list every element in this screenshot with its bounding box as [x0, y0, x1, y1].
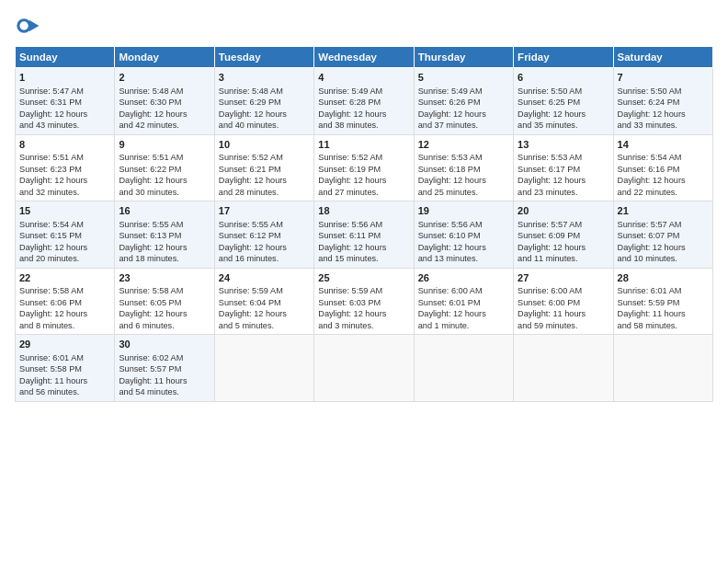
cell-info-line: Daylight: 12 hours	[618, 109, 709, 120]
cell-info-line: and 43 minutes.	[19, 120, 110, 131]
cell-info-line: and 10 minutes.	[618, 253, 709, 264]
cell-info-line: and 18 minutes.	[119, 253, 210, 264]
cell-info-line: Sunset: 6:00 PM	[518, 297, 609, 308]
cell-info-line: Sunset: 6:18 PM	[418, 164, 509, 175]
cell-week0-day4: 5Sunrise: 5:49 AMSunset: 6:26 PMDaylight…	[414, 68, 513, 135]
cell-week4-day0: 29Sunrise: 6:01 AMSunset: 5:58 PMDayligh…	[16, 335, 115, 402]
cell-info-line: Daylight: 12 hours	[219, 109, 310, 120]
cell-info-line: and 22 minutes.	[618, 187, 709, 198]
cell-info-line: Sunset: 6:24 PM	[618, 97, 709, 108]
cell-info-line: Daylight: 12 hours	[318, 175, 409, 186]
cell-info-line: Sunrise: 5:47 AM	[19, 86, 110, 97]
cell-info-line: Sunrise: 5:48 AM	[119, 86, 210, 97]
cell-info-line: Sunset: 5:57 PM	[119, 363, 210, 374]
cell-info-line: and 25 minutes.	[418, 187, 509, 198]
cell-info-line: Sunrise: 5:52 AM	[318, 152, 409, 163]
cell-info-line: and 20 minutes.	[19, 253, 110, 264]
col-header-wednesday: Wednesday	[314, 47, 414, 68]
cell-info-line: Daylight: 12 hours	[418, 242, 509, 253]
day-number: 26	[418, 271, 509, 285]
day-number: 15	[19, 204, 110, 218]
cell-info-line: Daylight: 12 hours	[119, 175, 210, 186]
cell-info-line: Sunrise: 5:59 AM	[318, 285, 409, 296]
day-number: 20	[518, 204, 609, 218]
svg-marker-2	[29, 20, 40, 31]
cell-info-line: and 13 minutes.	[418, 253, 509, 264]
cell-week3-day6: 28Sunrise: 6:01 AMSunset: 5:59 PMDayligh…	[613, 268, 712, 335]
logo-icon	[15, 13, 40, 39]
cell-week4-day2	[214, 335, 313, 402]
cell-info-line: Sunset: 6:22 PM	[119, 164, 210, 175]
cell-week3-day3: 25Sunrise: 5:59 AMSunset: 6:03 PMDayligh…	[314, 268, 414, 335]
cell-week0-day5: 6Sunrise: 5:50 AMSunset: 6:25 PMDaylight…	[514, 68, 613, 135]
cell-week2-day5: 20Sunrise: 5:57 AMSunset: 6:09 PMDayligh…	[514, 201, 613, 269]
cell-info-line: Sunrise: 6:01 AM	[19, 352, 110, 363]
cell-week1-day6: 14Sunrise: 5:54 AMSunset: 6:16 PMDayligh…	[613, 134, 712, 201]
cell-info-line: Daylight: 11 hours	[518, 308, 609, 319]
cell-week3-day5: 27Sunrise: 6:00 AMSunset: 6:00 PMDayligh…	[514, 268, 613, 335]
cell-info-line: Sunset: 6:29 PM	[219, 97, 310, 108]
cell-week1-day4: 12Sunrise: 5:53 AMSunset: 6:18 PMDayligh…	[414, 134, 513, 201]
cell-week1-day5: 13Sunrise: 5:53 AMSunset: 6:17 PMDayligh…	[514, 134, 613, 201]
col-header-monday: Monday	[115, 47, 214, 68]
day-number: 27	[518, 271, 609, 285]
day-number: 23	[119, 271, 210, 285]
cell-info-line: Sunrise: 6:01 AM	[618, 285, 709, 296]
cell-info-line: Sunrise: 5:57 AM	[518, 219, 609, 230]
cell-info-line: Sunrise: 5:58 AM	[19, 285, 110, 296]
cell-info-line: Sunset: 6:10 PM	[418, 230, 509, 241]
cell-info-line: Sunrise: 5:50 AM	[618, 86, 709, 97]
cell-week4-day6	[613, 335, 712, 402]
cell-info-line: and 35 minutes.	[518, 120, 609, 131]
col-header-tuesday: Tuesday	[214, 47, 313, 68]
cell-info-line: Sunset: 6:03 PM	[318, 297, 409, 308]
cell-info-line: Sunrise: 6:02 AM	[119, 352, 210, 363]
cell-info-line: Daylight: 12 hours	[418, 175, 509, 186]
day-number: 11	[318, 138, 409, 152]
cell-week1-day1: 9Sunrise: 5:51 AMSunset: 6:22 PMDaylight…	[115, 134, 214, 201]
cell-info-line: and 27 minutes.	[318, 187, 409, 198]
logo	[15, 13, 44, 39]
cell-info-line: Daylight: 12 hours	[219, 308, 310, 319]
cell-info-line: Daylight: 12 hours	[19, 175, 110, 186]
cell-week0-day2: 3Sunrise: 5:48 AMSunset: 6:29 PMDaylight…	[214, 68, 313, 135]
cell-info-line: Daylight: 12 hours	[19, 109, 110, 120]
cell-info-line: Daylight: 11 hours	[19, 375, 110, 386]
day-number: 18	[318, 204, 409, 218]
cell-info-line: Sunset: 6:15 PM	[19, 230, 110, 241]
cell-info-line: and 54 minutes.	[119, 386, 210, 397]
header	[15, 13, 713, 39]
day-number: 4	[318, 71, 409, 85]
cell-info-line: and 33 minutes.	[618, 120, 709, 131]
cell-info-line: Sunset: 6:01 PM	[418, 297, 509, 308]
cell-info-line: Sunset: 6:16 PM	[618, 164, 709, 175]
cell-info-line: and 23 minutes.	[518, 187, 609, 198]
cell-info-line: and 16 minutes.	[219, 253, 310, 264]
cell-week1-day0: 8Sunrise: 5:51 AMSunset: 6:23 PMDaylight…	[16, 134, 115, 201]
cell-week1-day2: 10Sunrise: 5:52 AMSunset: 6:21 PMDayligh…	[214, 134, 313, 201]
svg-point-1	[19, 21, 28, 29]
cell-info-line: and 40 minutes.	[219, 120, 310, 131]
day-number: 29	[19, 338, 110, 351]
cell-info-line: Sunset: 6:23 PM	[19, 164, 110, 175]
cell-info-line: and 5 minutes.	[219, 320, 310, 331]
cell-info-line: Daylight: 12 hours	[318, 308, 409, 319]
cell-info-line: Sunset: 6:31 PM	[19, 97, 110, 108]
cell-info-line: Daylight: 12 hours	[119, 109, 210, 120]
cell-info-line: Sunrise: 5:50 AM	[518, 86, 609, 97]
cell-week0-day1: 2Sunrise: 5:48 AMSunset: 6:30 PMDaylight…	[115, 68, 214, 135]
cell-week4-day3	[314, 335, 414, 402]
cell-info-line: Sunrise: 5:49 AM	[418, 86, 509, 97]
cell-info-line: Daylight: 12 hours	[518, 109, 609, 120]
day-number: 19	[418, 204, 509, 218]
cell-week4-day4	[414, 335, 513, 402]
cell-info-line: Daylight: 12 hours	[618, 175, 709, 186]
day-number: 6	[518, 71, 609, 85]
cell-info-line: Sunrise: 5:53 AM	[518, 152, 609, 163]
cell-info-line: Daylight: 12 hours	[119, 308, 210, 319]
cell-week2-day1: 16Sunrise: 5:55 AMSunset: 6:13 PMDayligh…	[115, 201, 214, 269]
cell-week3-day1: 23Sunrise: 5:58 AMSunset: 6:05 PMDayligh…	[115, 268, 214, 335]
day-number: 7	[618, 71, 709, 85]
cell-week2-day2: 17Sunrise: 5:55 AMSunset: 6:12 PMDayligh…	[214, 201, 313, 269]
day-number: 16	[119, 204, 210, 218]
